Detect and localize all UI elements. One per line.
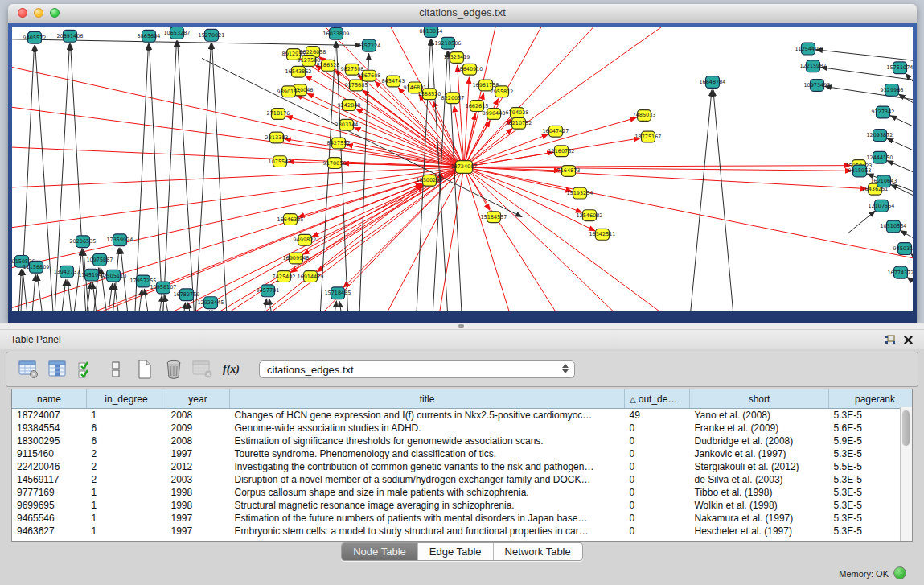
network-node[interactable]: 7485033 (633, 110, 656, 122)
table-row[interactable]: 2242004622012Investigating the contribut… (12, 460, 913, 473)
zoom-window-button[interactable] (50, 8, 60, 18)
close-panel-icon[interactable] (904, 336, 913, 344)
selection-mode-icon[interactable] (76, 359, 97, 381)
network-node[interactable]: 15193254 (566, 187, 593, 199)
network-node[interactable]: 9450312 (893, 243, 913, 255)
column-header-year[interactable]: year (166, 389, 230, 409)
network-node[interactable]: 8813054 (420, 27, 443, 37)
table-selector-dropdown[interactable]: citations_edges.txt (259, 360, 575, 378)
network-node[interactable]: 9405572 (23, 31, 47, 43)
split-pane-divider[interactable] (0, 323, 924, 330)
network-node[interactable]: 8990448 (483, 109, 506, 120)
network-node[interactable]: 16210752 (505, 117, 532, 129)
network-node[interactable]: 9457791 (257, 285, 280, 297)
svg-text:15718485: 15718485 (324, 290, 351, 296)
float-panel-icon[interactable] (885, 335, 896, 345)
network-node[interactable]: 9175685 (345, 80, 368, 91)
network-node[interactable]: 12923445 (197, 297, 224, 309)
network-node[interactable]: 18775167 (634, 131, 661, 142)
column-header-name[interactable]: name (12, 389, 87, 409)
network-node[interactable]: 18640910 (456, 64, 483, 75)
close-window-button[interactable] (18, 8, 27, 18)
svg-text:7485033: 7485033 (633, 112, 656, 118)
network-node[interactable]: 15184557 (480, 212, 507, 223)
table-mode-icon[interactable] (18, 359, 39, 381)
network-node[interactable]: 9499822 (294, 234, 317, 245)
column-header-short[interactable]: short (690, 389, 829, 409)
table-scrollbar-thumb[interactable] (902, 410, 910, 446)
window-titlebar[interactable]: citations_edges.txt (8, 4, 917, 23)
network-node[interactable]: 15751074 (886, 62, 913, 74)
tab-node-table[interactable]: Node Table (342, 543, 418, 560)
cell-out_degree: 0 (625, 473, 690, 486)
delete-column-icon[interactable] (162, 359, 184, 381)
network-node[interactable]: 16914479 (297, 271, 323, 282)
table-row[interactable]: 946554611997Estimation of the future num… (12, 512, 913, 525)
network-node[interactable]: 19218506 (434, 37, 461, 49)
network-node[interactable]: 12160752 (548, 146, 574, 157)
table-row[interactable]: 1872400712008Changes of HCN gene express… (12, 409, 913, 422)
network-node[interactable]: 15270021 (198, 29, 224, 41)
network-node[interactable]: 12215987 (799, 60, 826, 72)
network-canvas[interactable]: 1830029518226058891295591275081654386281… (12, 27, 913, 311)
table-row[interactable]: 1830029562008Estimation of significance … (12, 435, 913, 447)
svg-text:2718176: 2718176 (267, 110, 290, 117)
row-height-icon[interactable] (105, 359, 126, 381)
column-header-in_degree[interactable]: in_degree (87, 389, 166, 409)
network-node[interactable]: 16342511 (589, 229, 615, 240)
network-node[interactable]: 12107554 (868, 200, 894, 212)
network-node[interactable]: 10975887 (86, 253, 113, 266)
table-row[interactable]: 946362711997Embryonic stem cells: a mode… (12, 525, 913, 538)
network-node[interactable]: 20206535 (69, 236, 96, 248)
network-node[interactable]: 8427552 (327, 138, 351, 149)
network-node[interactable]: 16646325 (277, 214, 303, 225)
network-node[interactable]: 10310554 (880, 220, 906, 233)
table-row[interactable]: 977716911998Corpus callosum shape and si… (12, 486, 913, 499)
table-scrollbar[interactable] (900, 407, 912, 541)
network-node[interactable]: 7357224 (358, 39, 381, 51)
column-header-pagerank[interactable]: pagerank (829, 389, 914, 409)
network-node[interactable]: 10973493 (803, 80, 830, 92)
table-row[interactable]: 911546021997Tourette syndrome. Phenomeno… (12, 447, 913, 460)
column-header-title[interactable]: title (230, 389, 625, 409)
network-node[interactable]: 7955812 (491, 86, 514, 97)
function-builder-icon[interactable]: f(x) (220, 359, 242, 381)
table-row[interactable]: 969969511998Structural magnetic resonanc… (12, 499, 913, 512)
tab-edge-table[interactable]: Edge Table (418, 543, 494, 560)
network-node[interactable]: 16648784 (699, 76, 725, 89)
network-node[interactable]: 1662615 (466, 101, 489, 112)
column-header-out_degree[interactable]: △out_de… (625, 389, 690, 409)
network-node[interactable]: 16774372 (887, 266, 913, 278)
table-row[interactable]: 1456911722003Disruption of a novel membe… (12, 473, 913, 486)
network-node[interactable]: 2803144 (335, 119, 359, 130)
network-node[interactable]: 15325419 (443, 52, 470, 64)
network-node[interactable]: 11254408 (795, 43, 821, 55)
network-node[interactable]: 16543862 (285, 66, 311, 77)
minimize-window-button[interactable] (34, 8, 43, 18)
network-node[interactable]: 9329966 (881, 84, 904, 96)
network-node[interactable]: 8865604 (138, 30, 161, 42)
network-node[interactable]: 6794028 (506, 108, 529, 119)
network-node[interactable]: 8454743 (382, 76, 405, 87)
network-edge (28, 275, 35, 311)
network-node[interactable]: 10653287 (163, 27, 190, 39)
network-node[interactable]: 2718176 (267, 109, 290, 120)
create-column-icon[interactable] (133, 359, 155, 381)
network-node[interactable]: 9170056 (323, 158, 347, 169)
table-row[interactable]: 1938455462009Genome-wide association stu… (12, 422, 913, 435)
network-node[interactable]: 7425402 (273, 271, 296, 282)
network-edge (178, 41, 197, 311)
delete-table-icon[interactable] (191, 359, 213, 381)
network-node[interactable]: 12546082 (576, 210, 602, 221)
network-node[interactable]: 16033809 (322, 27, 349, 39)
dropdown-arrows-icon (562, 364, 569, 373)
network-node[interactable]: 7164873 (557, 166, 581, 177)
cell-short: Yano et al. (2008) (690, 409, 829, 422)
tab-network-table[interactable]: Network Table (494, 543, 582, 560)
network-node[interactable]: 17359924 (106, 234, 133, 246)
show-columns-icon[interactable] (47, 359, 68, 381)
svg-text:12444150: 12444150 (866, 154, 893, 161)
network-node[interactable]: 1075542 (269, 156, 292, 167)
network-edge (899, 94, 913, 112)
network-node[interactable]: 16782759 (173, 289, 199, 301)
